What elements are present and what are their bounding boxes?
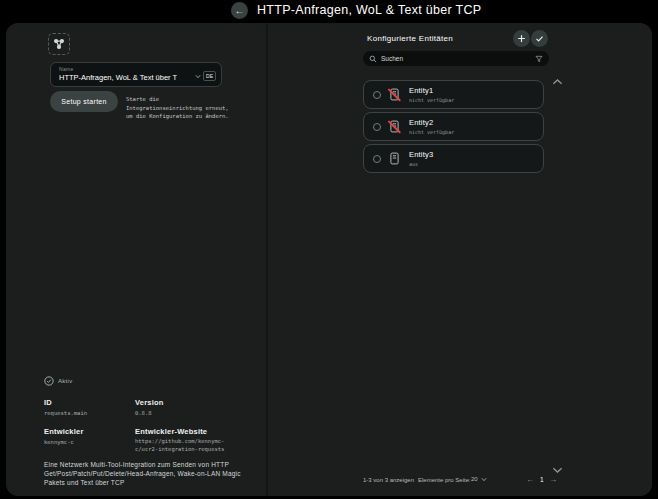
check-icon	[535, 34, 544, 43]
remote-entity-icon	[390, 152, 399, 165]
scroll-up-icon[interactable]	[552, 78, 563, 86]
per-page-label: Elemente pro Seite:	[418, 477, 471, 483]
entity-status: nicht verfügbar	[409, 97, 454, 103]
back-button[interactable]: ←	[231, 2, 248, 19]
entity-card[interactable]: Entity1 nicht verfügbar	[363, 80, 544, 109]
arrow-left-icon: ←	[235, 5, 245, 16]
entity-search-bar	[363, 51, 549, 66]
entity-status: nicht verfügbar	[409, 129, 454, 135]
current-page-number: 1	[540, 476, 544, 483]
version-value: 0.8.8	[135, 409, 152, 417]
entity-name: Entity1	[409, 86, 454, 95]
name-field: Name DE	[50, 62, 222, 87]
pagination-bar: 1-3 von 3 anzeigen Elemente pro Seite: 2…	[6, 475, 652, 487]
entity-radio[interactable]	[373, 123, 381, 131]
search-input[interactable]	[381, 55, 531, 62]
network-nodes-icon	[52, 37, 66, 51]
id-value: requests.main	[44, 409, 87, 417]
scroll-down-icon[interactable]	[552, 466, 563, 474]
entity-card[interactable]: Entity3 aus	[363, 144, 544, 173]
next-page-arrow-icon[interactable]: →	[549, 475, 557, 484]
page-title: HTTP-Anfragen, WoL & Text über TCP	[257, 3, 481, 17]
entities-section-title: Konfigurierte Entitäten	[367, 34, 453, 43]
entity-radio[interactable]	[373, 155, 381, 163]
language-selector[interactable]: DE	[195, 71, 216, 81]
entity-radio[interactable]	[373, 91, 381, 99]
entity-name: Entity2	[409, 118, 454, 127]
pagination-range-text: 1-3 von 3 anzeigen	[363, 477, 414, 483]
language-badge: DE	[203, 71, 216, 81]
setup-start-button[interactable]: Setup starten	[50, 91, 118, 112]
developer-website-value[interactable]: https://github.com/kennymc-c/ucr2-integr…	[135, 437, 231, 454]
name-field-label: Name	[59, 66, 74, 72]
developer-label: Entwickler	[44, 427, 84, 436]
column-divider	[266, 23, 268, 496]
main-panel: Name DE Setup starten Starte die Integra…	[6, 23, 652, 496]
check-circle-icon	[44, 376, 54, 386]
entity-status: aus	[409, 161, 433, 167]
add-entity-button[interactable]	[513, 30, 530, 47]
previous-page-arrow-icon[interactable]: ←	[526, 475, 534, 484]
name-input[interactable]	[59, 73, 177, 82]
plus-icon	[517, 34, 526, 43]
per-page-value: 20	[471, 476, 478, 482]
active-status-row: Aktiv	[44, 376, 73, 386]
developer-value: kennymc-c	[44, 438, 74, 446]
search-icon	[369, 55, 377, 63]
filter-icon[interactable]	[535, 55, 543, 63]
chevron-down-icon	[481, 477, 487, 482]
entity-card[interactable]: Entity2 nicht verfügbar	[363, 112, 544, 141]
chevron-down-icon	[195, 74, 201, 79]
version-label: Version	[135, 398, 164, 407]
developer-website-label: Entwickler-Website	[135, 427, 207, 436]
per-page-select[interactable]: 20	[471, 476, 487, 482]
titlebar: ← HTTP-Anfragen, WoL & Text über TCP	[0, 0, 658, 22]
entity-name: Entity3	[409, 150, 433, 159]
id-label: ID	[44, 398, 52, 407]
setup-hint-text: Starte die Integrationseinrichtung erneu…	[126, 95, 232, 121]
integration-icon-box	[48, 33, 70, 55]
active-status-label: Aktiv	[58, 378, 73, 384]
confirm-selection-button[interactable]	[531, 30, 548, 47]
